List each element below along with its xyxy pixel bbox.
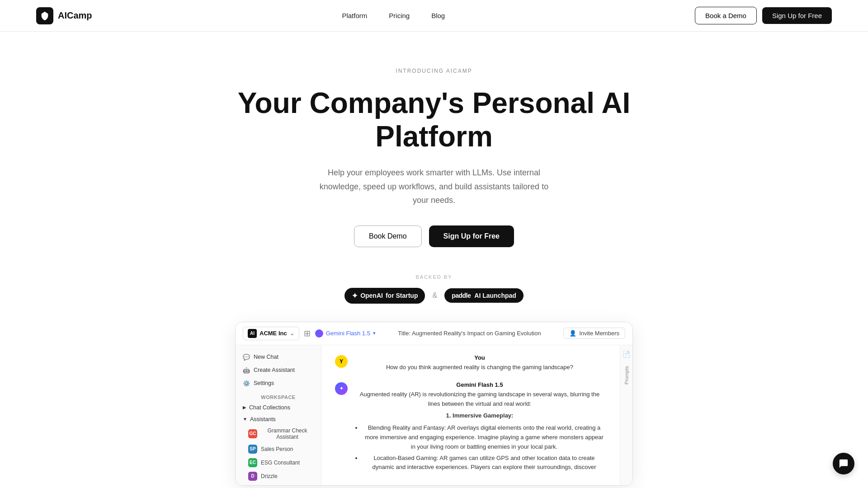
backed-connector: &: [432, 291, 437, 300]
message-content: Gemini Flash 1.5 Augmented reality (AR) …: [353, 381, 606, 474]
assistant-badge: SP: [248, 445, 257, 454]
hero-book-demo-button[interactable]: Book Demo: [354, 225, 422, 247]
paddle-brand: paddle: [452, 292, 471, 299]
app-sidebar: 💬 New Chat 🤖 Create Assistant ⚙️ Setting…: [236, 345, 321, 485]
assistant-badge: D: [248, 472, 257, 481]
openai-brand: OpenAI: [360, 292, 383, 299]
assistant-badge: GC: [248, 429, 257, 438]
document-icon[interactable]: 📄: [623, 351, 630, 358]
chat-collections-label: Chat Collections: [249, 404, 290, 411]
backed-by-label: BACKED BY: [416, 274, 453, 280]
chat-collections-chevron-icon: ▶: [243, 405, 246, 410]
chat-collections-item[interactable]: ▶ Chat Collections: [236, 402, 321, 413]
chat-message: ✦ Gemini Flash 1.5 Augmented reality (AR…: [335, 381, 606, 474]
message-avatar: ✦: [335, 382, 348, 395]
create-assistant-icon: 🤖: [243, 367, 250, 374]
sidebar-assistant-item[interactable]: GC Grammar Check Assistant: [236, 425, 321, 442]
message-avatar: Y: [335, 355, 348, 368]
app-body: 💬 New Chat 🤖 Create Assistant ⚙️ Setting…: [236, 345, 632, 485]
invite-members-button[interactable]: 👤 Invite Members: [563, 328, 625, 339]
model-name: Gemini Flash 1.5: [326, 330, 370, 337]
assistant-name: ProductHunt Content Helper: [261, 485, 314, 486]
nav-buttons: Book a Demo Sign Up for Free: [695, 7, 832, 24]
app-screenshot: AI ACME Inc ⌄ ⊞ Gemini Flash 1.5 ▾ Title…: [235, 322, 633, 486]
sidebar-new-chat[interactable]: 💬 New Chat: [236, 351, 321, 364]
paddle-badge: paddle AI Launchpad: [444, 288, 524, 303]
assistant-name: Drizzle: [261, 473, 278, 479]
gemini-icon: [315, 329, 323, 338]
message-content: You How do you think augmented reality i…: [353, 354, 606, 372]
logo-icon: [36, 7, 53, 24]
logo-text: AICamp: [58, 10, 92, 21]
assistant-badge: EC: [248, 458, 257, 467]
hero-sign-up-button[interactable]: Sign Up for Free: [429, 225, 514, 247]
org-name: ACME Inc: [259, 330, 287, 337]
chat-area: Y You How do you think augmented reality…: [321, 345, 620, 485]
hero-buttons: Book Demo Sign Up for Free: [354, 225, 514, 247]
hero-title: Your Company's Personal AI Platform: [231, 87, 637, 153]
nav-book-demo-button[interactable]: Book a Demo: [695, 7, 757, 24]
hero-section: INTRODUCING AICAMP Your Company's Person…: [0, 32, 868, 488]
assistants-list: GC Grammar Check Assistant SP Sales Pers…: [236, 425, 321, 486]
navbar: AICamp Platform Pricing Blog Book a Demo…: [0, 0, 868, 32]
sidebar-assistant-item[interactable]: D Drizzle: [236, 469, 321, 483]
message-sender: Gemini Flash 1.5: [353, 381, 606, 388]
backed-by-section: BACKED BY ✦ OpenAI for Startup & paddle …: [344, 274, 524, 304]
model-selector[interactable]: Gemini Flash 1.5 ▾: [315, 329, 376, 338]
openai-badge: ✦ OpenAI for Startup: [344, 288, 425, 304]
message-text: Augmented reality (AR) is revolutionizin…: [353, 390, 606, 472]
sidebar-assistant-item[interactable]: PC ProductHunt Content Helper: [236, 483, 321, 486]
invite-label: Invite Members: [579, 330, 619, 337]
right-panel: 📄 Prompts: [620, 345, 632, 485]
create-assistant-label: Create Assistant: [254, 367, 295, 373]
assistants-chevron-icon: ▼: [243, 417, 247, 422]
new-chat-icon: 💬: [243, 354, 250, 361]
hero-eyebrow: INTRODUCING AICAMP: [396, 68, 472, 74]
assistant-name: Grammar Check Assistant: [261, 427, 314, 440]
sidebar-assistant-item[interactable]: EC ESG Consultant: [236, 456, 321, 469]
message-sender: You: [353, 354, 606, 361]
openai-icon: ✦: [352, 291, 358, 300]
assistant-name: Sales Person: [261, 446, 293, 452]
workspace-section-label: Workspace: [236, 390, 321, 402]
prompts-label: Prompts: [624, 366, 629, 385]
backed-by-logos: ✦ OpenAI for Startup & paddle AI Launchp…: [344, 288, 524, 304]
hero-subtitle: Help your employees work smarter with LL…: [312, 166, 556, 207]
app-header: AI ACME Inc ⌄ ⊞ Gemini Flash 1.5 ▾ Title…: [236, 322, 632, 345]
openai-suffix: for Startup: [386, 292, 418, 299]
assistants-label: Assistants: [250, 416, 276, 422]
paddle-suffix: AI Launchpad: [474, 292, 516, 299]
sidebar-assistant-item[interactable]: SP Sales Person: [236, 442, 321, 456]
sidebar-create-assistant[interactable]: 🤖 Create Assistant: [236, 364, 321, 377]
support-chat-button[interactable]: [833, 453, 854, 474]
nav-links: Platform Pricing Blog: [342, 12, 445, 19]
assistants-group[interactable]: ▼ Assistants: [236, 413, 321, 425]
nav-pricing-link[interactable]: Pricing: [389, 12, 410, 19]
support-chat-icon: [839, 459, 849, 469]
org-badge[interactable]: AI ACME Inc ⌄: [243, 327, 299, 340]
new-chat-label: New Chat: [254, 354, 278, 360]
sidebar-settings[interactable]: ⚙️ Settings: [236, 377, 321, 390]
chat-title: Title: Augmented Reality's Impact on Gam…: [376, 330, 563, 337]
layout-icon[interactable]: ⊞: [304, 328, 311, 338]
message-text: How do you think augmented reality is ch…: [353, 363, 606, 372]
nav-platform-link[interactable]: Platform: [342, 12, 367, 19]
logo[interactable]: AICamp: [36, 7, 92, 24]
chat-message: Y You How do you think augmented reality…: [335, 354, 606, 372]
org-icon: AI: [248, 329, 257, 338]
settings-icon: ⚙️: [243, 380, 250, 387]
nav-blog-link[interactable]: Blog: [431, 12, 445, 19]
chat-messages: Y You How do you think augmented reality…: [321, 345, 620, 485]
logo-svg: [40, 11, 50, 21]
person-icon: 👤: [569, 330, 576, 337]
assistant-name: ESG Consultant: [261, 460, 300, 466]
app-header-left: AI ACME Inc ⌄ ⊞ Gemini Flash 1.5 ▾: [243, 327, 376, 340]
nav-sign-up-button[interactable]: Sign Up for Free: [762, 7, 832, 24]
settings-label: Settings: [254, 380, 274, 386]
org-chevron-icon: ⌄: [290, 330, 294, 337]
